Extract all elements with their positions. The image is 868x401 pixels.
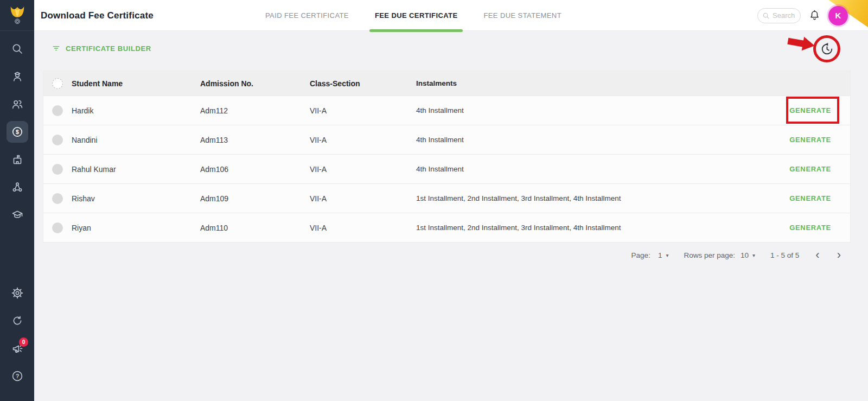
table-header-row: Student Name Admission No. Class-Section… xyxy=(43,71,850,96)
cell-class-section: VII-A xyxy=(310,165,416,174)
avatar[interactable]: K xyxy=(828,6,848,26)
filter-icon xyxy=(52,44,61,53)
announcement-badge: 0 xyxy=(19,338,28,347)
table-row: Nandini Adm113 VII-A 4th Installment GEN… xyxy=(43,125,850,154)
cell-student-name: Rishav xyxy=(72,194,200,203)
col-header-admission-no: Admission No. xyxy=(200,79,310,88)
certificate-builder-button[interactable]: CERTIFICATE BUILDER xyxy=(52,44,151,53)
page-label: Page: xyxy=(631,251,650,259)
sidebar-item-announcements[interactable]: 0 xyxy=(0,334,34,362)
topbar-actions: K xyxy=(757,0,848,31)
active-tab-underline xyxy=(369,29,463,32)
row-checkbox[interactable] xyxy=(52,105,63,116)
table-row: Riyan Adm110 VII-A 1st Installment, 2nd … xyxy=(43,213,850,242)
rows-per-page-value: 10 xyxy=(741,251,749,259)
generate-button[interactable]: GENERATE xyxy=(789,165,831,173)
tab-fee-due-statement[interactable]: FEE DUE STATEMENT xyxy=(470,0,575,31)
caret-down-icon: ▾ xyxy=(666,252,668,258)
generate-button[interactable]: GENERATE xyxy=(789,136,831,144)
sidebar-item-students[interactable] xyxy=(0,62,34,90)
history-button[interactable] xyxy=(816,39,837,59)
next-page-button[interactable]: › xyxy=(836,249,842,261)
cell-instalments: 1st Installment, 2nd Installment, 3rd In… xyxy=(416,224,769,232)
search-box[interactable] xyxy=(757,8,801,23)
help-icon: ? xyxy=(11,370,24,383)
notifications-button[interactable] xyxy=(808,9,821,22)
people-icon xyxy=(11,98,24,111)
cell-class-section: VII-A xyxy=(310,106,416,115)
sidebar-nav-top: $ xyxy=(0,35,34,228)
tab-paid-fee-certificate[interactable]: PAID FEE CERTIFICATE xyxy=(252,0,362,31)
generate-button[interactable]: GENERATE xyxy=(789,106,831,114)
cell-student-name: Rahul Kumar xyxy=(72,165,200,174)
sidebar: $ xyxy=(0,0,34,401)
select-all-checkbox[interactable] xyxy=(52,78,63,89)
cell-student-name: Hardik xyxy=(72,106,200,115)
sidebar-nav-bottom: 0 ? xyxy=(0,279,34,390)
generate-button[interactable]: GENERATE xyxy=(789,194,831,202)
sidebar-item-sync[interactable] xyxy=(0,307,34,334)
sync-icon xyxy=(11,314,24,327)
row-checkbox[interactable] xyxy=(52,135,63,145)
cell-class-section: VII-A xyxy=(310,194,416,203)
student-icon xyxy=(11,70,24,83)
pagination: Page: 1 ▾ Rows per page: 10 ▾ 1 - 5 of 5… xyxy=(631,245,842,265)
col-header-instalments: Instalments xyxy=(416,79,769,87)
cell-admission-no: Adm109 xyxy=(200,194,310,203)
topbar: Download Fee Certificate PAID FEE CERTIF… xyxy=(34,0,868,31)
col-header-class-section: Class-Section xyxy=(310,79,416,88)
row-checkbox[interactable] xyxy=(52,222,63,233)
sidebar-item-help[interactable]: ? xyxy=(0,362,34,390)
cell-student-name: Riyan xyxy=(72,224,200,232)
sidebar-item-people[interactable] xyxy=(0,90,34,118)
fees-icon: $ xyxy=(11,125,24,138)
page-value: 1 xyxy=(658,251,662,259)
history-icon xyxy=(820,42,834,56)
sidebar-item-academics[interactable] xyxy=(0,201,34,228)
caret-down-icon: ▾ xyxy=(752,252,755,258)
sidebar-item-settings[interactable] xyxy=(0,279,34,307)
certificate-builder-label: CERTIFICATE BUILDER xyxy=(66,44,151,53)
community-icon xyxy=(11,181,24,194)
academics-icon xyxy=(11,208,24,221)
annotation-arrow xyxy=(787,35,816,53)
chevron-right-icon: › xyxy=(837,248,841,262)
table-row: Hardik Adm112 VII-A 4th Installment GENE… xyxy=(43,96,850,125)
cell-class-section: VII-A xyxy=(310,136,416,144)
svg-text:$: $ xyxy=(16,128,19,135)
row-checkbox[interactable] xyxy=(52,164,63,175)
cell-student-name: Nandini xyxy=(72,136,200,144)
cell-admission-no: Adm113 xyxy=(200,136,310,144)
tulip-logo-icon xyxy=(8,3,27,27)
page-title: Download Fee Certificate xyxy=(41,0,154,31)
sidebar-item-community[interactable] xyxy=(0,173,34,201)
settings-icon xyxy=(11,287,24,300)
generate-button[interactable]: GENERATE xyxy=(789,224,831,232)
tab-fee-due-certificate[interactable]: FEE DUE CERTIFICATE xyxy=(362,0,471,31)
row-checkbox[interactable] xyxy=(52,193,63,204)
school-icon xyxy=(11,153,24,166)
sidebar-item-fees[interactable]: $ xyxy=(0,118,34,145)
page-select[interactable]: 1 ▾ xyxy=(658,251,669,259)
rows-per-page-select[interactable]: 10 ▾ xyxy=(741,251,755,259)
cell-instalments: 1st Installment, 2nd Installment, 3rd In… xyxy=(416,194,769,202)
search-input[interactable] xyxy=(773,11,796,20)
range-text: 1 - 5 of 5 xyxy=(770,251,799,259)
sidebar-item-school[interactable] xyxy=(0,145,34,173)
bell-icon xyxy=(808,9,821,22)
col-header-student-name: Student Name xyxy=(72,79,200,88)
table-row: Rahul Kumar Adm106 VII-A 4th Installment… xyxy=(43,154,850,183)
sidebar-item-search[interactable] xyxy=(0,35,34,62)
chevron-left-icon: ‹ xyxy=(815,248,819,262)
cell-instalments: 4th Installment xyxy=(416,165,769,173)
rows-per-page-label: Rows per page: xyxy=(684,251,735,259)
app-logo[interactable] xyxy=(0,0,34,31)
prev-page-button[interactable]: ‹ xyxy=(814,249,820,261)
tab-label: PAID FEE CERTIFICATE xyxy=(265,11,349,20)
search-icon xyxy=(11,42,24,55)
cell-instalments: 4th Installment xyxy=(416,106,769,114)
page-group: Page: 1 ▾ xyxy=(631,251,669,259)
cell-class-section: VII-A xyxy=(310,224,416,232)
tab-bar: PAID FEE CERTIFICATE FEE DUE CERTIFICATE… xyxy=(252,0,575,31)
search-icon xyxy=(762,12,770,20)
